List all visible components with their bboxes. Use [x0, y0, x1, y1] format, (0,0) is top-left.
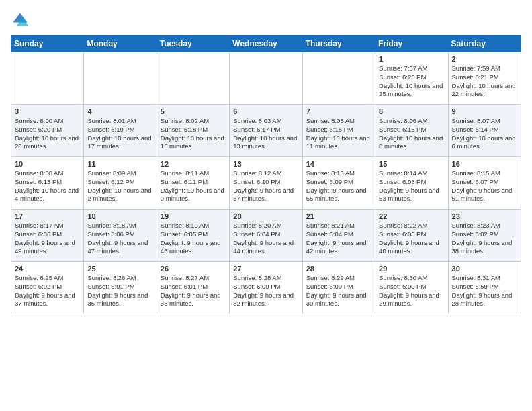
calendar-week-row: 3Sunrise: 8:00 AM Sunset: 6:20 PM Daylig…: [11, 105, 521, 157]
day-number: 28: [306, 265, 371, 273]
day-number: 17: [15, 212, 80, 220]
day-info: Sunrise: 8:13 AM Sunset: 6:09 PM Dayligh…: [306, 169, 371, 203]
calendar-week-row: 17Sunrise: 8:17 AM Sunset: 6:06 PM Dayli…: [11, 210, 521, 262]
day-number: 20: [233, 212, 298, 220]
day-number: 11: [87, 160, 152, 168]
day-info: Sunrise: 8:12 AM Sunset: 6:10 PM Dayligh…: [233, 169, 298, 203]
calendar-cell: 3Sunrise: 8:00 AM Sunset: 6:20 PM Daylig…: [11, 105, 84, 157]
calendar-cell: [11, 52, 84, 105]
day-info: Sunrise: 8:22 AM Sunset: 6:03 PM Dayligh…: [379, 222, 444, 256]
calendar-cell: 14Sunrise: 8:13 AM Sunset: 6:09 PM Dayli…: [302, 157, 375, 210]
calendar-header-row: SundayMondayTuesdayWednesdayThursdayFrid…: [11, 36, 521, 52]
calendar-cell: 2Sunrise: 7:59 AM Sunset: 6:21 PM Daylig…: [448, 52, 521, 105]
calendar-cell: 22Sunrise: 8:22 AM Sunset: 6:03 PM Dayli…: [375, 210, 448, 262]
calendar-cell: 25Sunrise: 8:26 AM Sunset: 6:01 PM Dayli…: [84, 262, 157, 314]
day-number: 14: [306, 160, 371, 168]
calendar-week-row: 24Sunrise: 8:25 AM Sunset: 6:02 PM Dayli…: [11, 262, 521, 314]
day-info: Sunrise: 8:19 AM Sunset: 6:05 PM Dayligh…: [161, 222, 226, 256]
day-info: Sunrise: 8:08 AM Sunset: 6:13 PM Dayligh…: [15, 169, 80, 203]
day-number: 18: [87, 212, 152, 220]
day-info: Sunrise: 8:07 AM Sunset: 6:14 PM Dayligh…: [452, 117, 517, 151]
day-info: Sunrise: 8:02 AM Sunset: 6:18 PM Dayligh…: [161, 117, 226, 151]
day-info: Sunrise: 8:01 AM Sunset: 6:19 PM Dayligh…: [87, 117, 152, 151]
page-header: [11, 11, 521, 30]
day-info: Sunrise: 8:17 AM Sunset: 6:06 PM Dayligh…: [15, 222, 80, 256]
calendar-cell: 7Sunrise: 8:05 AM Sunset: 6:16 PM Daylig…: [302, 105, 375, 157]
weekday-header: Friday: [375, 36, 448, 52]
day-info: Sunrise: 7:59 AM Sunset: 6:21 PM Dayligh…: [452, 64, 517, 99]
calendar-cell: 29Sunrise: 8:30 AM Sunset: 6:00 PM Dayli…: [375, 262, 448, 314]
day-info: Sunrise: 8:30 AM Sunset: 6:00 PM Dayligh…: [379, 274, 444, 308]
day-number: 7: [306, 107, 371, 116]
calendar-week-row: 10Sunrise: 8:08 AM Sunset: 6:13 PM Dayli…: [11, 157, 521, 210]
day-info: Sunrise: 8:05 AM Sunset: 6:16 PM Dayligh…: [306, 117, 371, 151]
day-info: Sunrise: 8:26 AM Sunset: 6:01 PM Dayligh…: [87, 274, 152, 308]
calendar-cell: 28Sunrise: 8:29 AM Sunset: 6:00 PM Dayli…: [302, 262, 375, 314]
calendar-cell: 23Sunrise: 8:23 AM Sunset: 6:02 PM Dayli…: [448, 210, 521, 262]
calendar-cell: 20Sunrise: 8:20 AM Sunset: 6:04 PM Dayli…: [230, 210, 302, 262]
calendar-cell: 17Sunrise: 8:17 AM Sunset: 6:06 PM Dayli…: [11, 210, 84, 262]
day-info: Sunrise: 8:31 AM Sunset: 5:59 PM Dayligh…: [452, 274, 517, 308]
day-info: Sunrise: 8:00 AM Sunset: 6:20 PM Dayligh…: [15, 117, 80, 151]
calendar-cell: 16Sunrise: 8:15 AM Sunset: 6:07 PM Dayli…: [448, 157, 521, 210]
calendar-cell: 10Sunrise: 8:08 AM Sunset: 6:13 PM Dayli…: [11, 157, 84, 210]
calendar-cell: 4Sunrise: 8:01 AM Sunset: 6:19 PM Daylig…: [84, 105, 157, 157]
day-number: 25: [87, 265, 152, 273]
calendar-cell: 11Sunrise: 8:09 AM Sunset: 6:12 PM Dayli…: [84, 157, 157, 210]
calendar-cell: 12Sunrise: 8:11 AM Sunset: 6:11 PM Dayli…: [157, 157, 229, 210]
day-number: 29: [379, 265, 444, 273]
day-info: Sunrise: 8:27 AM Sunset: 6:01 PM Dayligh…: [161, 274, 226, 308]
day-info: Sunrise: 8:09 AM Sunset: 6:12 PM Dayligh…: [87, 169, 152, 203]
day-info: Sunrise: 8:20 AM Sunset: 6:04 PM Dayligh…: [233, 222, 298, 256]
calendar-week-row: 1Sunrise: 7:57 AM Sunset: 6:23 PM Daylig…: [11, 52, 521, 105]
weekday-header: Wednesday: [230, 36, 302, 52]
day-info: Sunrise: 8:15 AM Sunset: 6:07 PM Dayligh…: [452, 169, 517, 203]
calendar-cell: 24Sunrise: 8:25 AM Sunset: 6:02 PM Dayli…: [11, 262, 84, 314]
day-number: 21: [306, 212, 371, 220]
weekday-header: Saturday: [448, 36, 521, 52]
calendar-cell: 5Sunrise: 8:02 AM Sunset: 6:18 PM Daylig…: [157, 105, 229, 157]
day-number: 13: [233, 160, 298, 168]
day-number: 30: [452, 265, 517, 273]
day-number: 9: [452, 107, 517, 116]
calendar-cell: 1Sunrise: 7:57 AM Sunset: 6:23 PM Daylig…: [375, 52, 448, 105]
calendar-cell: 21Sunrise: 8:21 AM Sunset: 6:04 PM Dayli…: [302, 210, 375, 262]
day-number: 3: [15, 107, 80, 116]
day-info: Sunrise: 8:03 AM Sunset: 6:17 PM Dayligh…: [233, 117, 298, 151]
calendar-cell: 8Sunrise: 8:06 AM Sunset: 6:15 PM Daylig…: [375, 105, 448, 157]
day-info: Sunrise: 8:14 AM Sunset: 6:08 PM Dayligh…: [379, 169, 444, 203]
calendar: SundayMondayTuesdayWednesdayThursdayFrid…: [11, 35, 521, 314]
calendar-cell: 30Sunrise: 8:31 AM Sunset: 5:59 PM Dayli…: [448, 262, 521, 314]
calendar-cell: [84, 52, 157, 105]
day-number: 10: [15, 160, 80, 168]
day-info: Sunrise: 8:11 AM Sunset: 6:11 PM Dayligh…: [161, 169, 226, 203]
day-number: 23: [452, 212, 517, 220]
day-info: Sunrise: 8:25 AM Sunset: 6:02 PM Dayligh…: [15, 274, 80, 308]
day-info: Sunrise: 8:28 AM Sunset: 6:00 PM Dayligh…: [233, 274, 298, 308]
day-number: 5: [161, 107, 226, 116]
logo-icon: [11, 11, 30, 30]
calendar-cell: [302, 52, 375, 105]
calendar-cell: 15Sunrise: 8:14 AM Sunset: 6:08 PM Dayli…: [375, 157, 448, 210]
calendar-cell: 19Sunrise: 8:19 AM Sunset: 6:05 PM Dayli…: [157, 210, 229, 262]
day-number: 15: [379, 160, 444, 168]
day-number: 2: [452, 55, 517, 63]
day-number: 4: [87, 107, 152, 116]
day-number: 12: [161, 160, 226, 168]
weekday-header: Thursday: [302, 36, 375, 52]
calendar-cell: [157, 52, 229, 105]
calendar-cell: 27Sunrise: 8:28 AM Sunset: 6:00 PM Dayli…: [230, 262, 302, 314]
calendar-cell: 13Sunrise: 8:12 AM Sunset: 6:10 PM Dayli…: [230, 157, 302, 210]
calendar-cell: 26Sunrise: 8:27 AM Sunset: 6:01 PM Dayli…: [157, 262, 229, 314]
weekday-header: Sunday: [11, 36, 84, 52]
calendar-cell: [230, 52, 302, 105]
calendar-cell: 18Sunrise: 8:18 AM Sunset: 6:06 PM Dayli…: [84, 210, 157, 262]
day-number: 26: [161, 265, 226, 273]
day-number: 1: [379, 55, 444, 63]
day-info: Sunrise: 8:23 AM Sunset: 6:02 PM Dayligh…: [452, 222, 517, 256]
weekday-header: Tuesday: [157, 36, 229, 52]
day-number: 27: [233, 265, 298, 273]
weekday-header: Monday: [84, 36, 157, 52]
calendar-cell: 6Sunrise: 8:03 AM Sunset: 6:17 PM Daylig…: [230, 105, 302, 157]
day-number: 8: [379, 107, 444, 116]
